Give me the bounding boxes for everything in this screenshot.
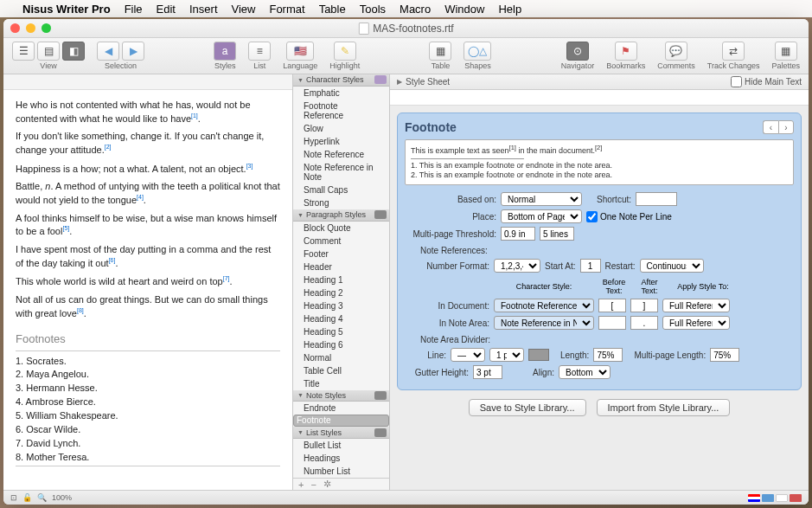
menu-help[interactable]: Help <box>498 3 521 16</box>
one-note-checkbox[interactable]: One Note Per Line <box>586 211 672 222</box>
comments-button[interactable]: 💬 <box>665 42 687 61</box>
list-styles-header[interactable]: List Styles <box>293 427 389 439</box>
flag-icon[interactable] <box>776 494 788 502</box>
style-item-endnote[interactable]: Endnote <box>293 402 389 415</box>
in-note-area-apply-select[interactable]: Full Reference <box>662 316 730 330</box>
style-item[interactable]: Table Cell <box>293 364 389 377</box>
shapes-button[interactable]: ◯△ <box>464 42 491 61</box>
style-item[interactable]: Header <box>293 260 389 273</box>
style-item[interactable]: Headings <box>293 452 389 465</box>
style-item[interactable]: Comment <box>293 235 389 248</box>
style-sheet-header[interactable]: Style Sheet Hide Main Text <box>390 74 809 90</box>
prev-style-button[interactable]: ‹ <box>763 120 778 134</box>
line-style-select[interactable]: — <box>451 348 485 362</box>
view-draft-button[interactable]: ▤ <box>37 42 60 61</box>
style-item[interactable]: Heading 4 <box>293 312 389 325</box>
menu-format[interactable]: Format <box>269 3 304 16</box>
place-select[interactable]: Bottom of Page <box>501 209 582 223</box>
language-button[interactable]: 🇺🇸 <box>286 42 314 61</box>
close-button[interactable] <box>10 23 20 33</box>
note-styles-header[interactable]: Note Styles <box>293 390 389 402</box>
selection-next-button[interactable]: ▶ <box>122 42 144 61</box>
menu-file[interactable]: File <box>125 3 143 16</box>
track-changes-button[interactable]: ⇄ <box>722 42 745 61</box>
in-note-area-after-input[interactable] <box>630 316 658 330</box>
style-item[interactable]: Hyperlink <box>293 135 389 148</box>
align-select[interactable]: Bottom <box>559 365 611 379</box>
status-icon[interactable]: ⊡ <box>10 493 17 502</box>
length-input[interactable] <box>593 348 623 362</box>
selection-prev-button[interactable]: ◀ <box>97 42 119 61</box>
palettes-button[interactable]: ▦ <box>775 42 797 61</box>
style-item[interactable]: Footer <box>293 248 389 260</box>
horizontal-ruler[interactable] <box>3 74 292 90</box>
bookmarks-button[interactable]: ⚑ <box>615 42 637 61</box>
remove-style-button[interactable]: − <box>310 479 316 490</box>
style-item[interactable]: Normal <box>293 351 389 364</box>
table-button[interactable]: ▦ <box>429 42 451 61</box>
import-from-library-button[interactable]: Import from Style Library... <box>597 399 731 416</box>
hide-main-text-checkbox[interactable]: Hide Main Text <box>731 76 802 87</box>
add-style-button[interactable]: + <box>298 479 304 490</box>
in-document-before-input[interactable] <box>598 299 626 312</box>
styles-button[interactable]: a <box>214 42 236 61</box>
flag-icon[interactable] <box>790 494 802 502</box>
style-item-footnote[interactable]: Footnote <box>293 415 389 427</box>
mpt-in-input[interactable] <box>501 227 535 241</box>
mpt-lines-input[interactable] <box>540 227 574 241</box>
status-icon[interactable]: 🔓 <box>22 493 32 502</box>
sheet-ruler[interactable] <box>390 90 809 106</box>
style-item[interactable]: Heading 3 <box>293 299 389 312</box>
in-note-area-before-input[interactable] <box>598 316 626 330</box>
menu-window[interactable]: Window <box>444 3 484 16</box>
based-on-select[interactable]: Normal <box>501 192 582 206</box>
style-item[interactable]: Emphatic <box>293 87 389 100</box>
style-item[interactable]: Bullet List <box>293 439 389 452</box>
start-at-input[interactable] <box>580 259 601 273</box>
save-to-library-button[interactable]: Save to Style Library... <box>469 399 586 416</box>
menu-insert[interactable]: Insert <box>189 3 218 16</box>
style-item[interactable]: Note Reference in Note <box>293 161 389 183</box>
in-document-style-select[interactable]: Footnote Reference <box>494 299 594 312</box>
minimize-button[interactable] <box>26 23 35 33</box>
style-item[interactable]: Title <box>293 377 389 390</box>
style-item[interactable]: Glow <box>293 122 389 135</box>
style-item[interactable]: Number List <box>293 465 389 478</box>
view-page-button[interactable]: ☰ <box>12 42 35 61</box>
document-content[interactable]: He who is not contented with what he has… <box>3 90 292 490</box>
style-item[interactable]: Note Reference <box>293 148 389 161</box>
style-item[interactable]: Heading 2 <box>293 286 389 299</box>
flag-icon[interactable] <box>762 494 774 502</box>
flag-icon[interactable] <box>748 494 760 502</box>
zoom-button[interactable] <box>42 23 51 33</box>
in-document-apply-select[interactable]: Full Reference <box>662 299 730 312</box>
style-item[interactable]: Block Quote <box>293 222 389 235</box>
multipage-length-input[interactable] <box>710 348 739 362</box>
in-note-area-style-select[interactable]: Note Reference in Note <box>494 316 594 330</box>
style-item[interactable]: Heading 1 <box>293 273 389 286</box>
style-item[interactable]: Footnote Reference <box>293 100 389 122</box>
gutter-height-input[interactable] <box>473 365 502 379</box>
style-item[interactable]: Strong <box>293 196 389 209</box>
line-weight-select[interactable]: 1 pt <box>489 348 524 362</box>
style-item[interactable]: Small Caps <box>293 183 389 196</box>
in-document-after-input[interactable] <box>630 299 658 312</box>
character-styles-header[interactable]: Character Styles <box>293 74 389 87</box>
app-menu[interactable]: Nisus Writer Pro <box>22 3 111 16</box>
list-button[interactable]: ≡ <box>248 42 271 61</box>
style-settings-button[interactable]: ✲ <box>323 479 331 490</box>
menu-edit[interactable]: Edit <box>157 3 176 16</box>
shortcut-input[interactable] <box>636 192 677 206</box>
number-format-select[interactable]: 1,2,3,4 <box>494 259 540 273</box>
navigator-button[interactable]: ⊙ <box>566 42 589 61</box>
search-icon[interactable]: 🔍 <box>37 493 47 502</box>
paragraph-styles-header[interactable]: Paragraph Styles <box>293 209 389 222</box>
menu-table[interactable]: Table <box>319 3 346 16</box>
style-item[interactable]: Heading 5 <box>293 325 389 338</box>
style-item[interactable]: Heading 6 <box>293 338 389 351</box>
view-style-button[interactable]: ◧ <box>62 42 85 61</box>
menu-macro[interactable]: Macro <box>400 3 431 16</box>
restart-select[interactable]: Continuous <box>640 259 704 273</box>
menu-tools[interactable]: Tools <box>360 3 386 16</box>
menu-view[interactable]: View <box>232 3 256 16</box>
